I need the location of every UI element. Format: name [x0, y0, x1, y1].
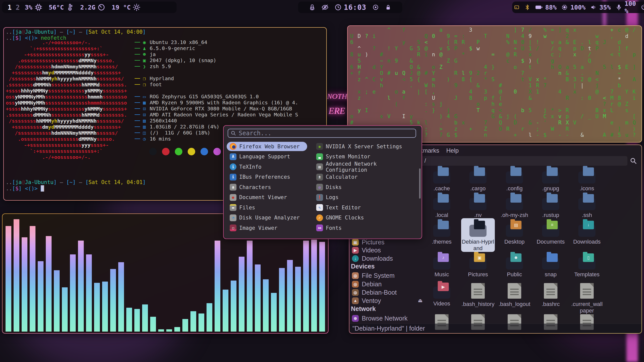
sidebar-item-file-system[interactable]: ◎File System: [352, 272, 395, 280]
launcher-item-nvidia-x-server-settings[interactable]: ◉NVIDIA X Server Settings: [313, 142, 405, 151]
launcher-item-label: Disks: [326, 184, 342, 190]
file-item-label: Documents: [533, 239, 569, 245]
folder-icon: [430, 167, 454, 184]
file-item-Templates[interactable]: ▯Templates: [569, 253, 605, 278]
file-item-label: .cargo: [460, 185, 496, 192]
shell-cursor-line[interactable]: ..[$] <()> █: [6, 186, 44, 192]
launcher-item-characters[interactable]: aCharacters: [227, 183, 274, 192]
launcher-item-firefox-web-browser[interactable]: Firefox Web Browser: [227, 142, 307, 151]
tux-icon[interactable]: [309, 4, 315, 11]
file-item-dot-bash_logout[interactable]: .bash_logout: [496, 283, 533, 307]
file-item-Downloads[interactable]: ↓Downloads: [569, 221, 605, 245]
sidebar-item-ventoy[interactable]: ▲Ventoy: [352, 297, 381, 305]
file-item-dot-config[interactable]: .config: [496, 167, 533, 192]
visualizer-bar-20: [166, 329, 172, 332]
file-item-Pictures[interactable]: ▣Pictures: [460, 253, 496, 278]
tree-line: [135, 66, 140, 67]
folder-icon: ▤: [502, 221, 527, 237]
sidebar-item-debian[interactable]: ◎Debian: [352, 280, 382, 288]
launcher-item-fonts[interactable]: aaFonts: [313, 223, 345, 233]
volume-module[interactable]: 35%: [590, 4, 611, 11]
sidebar-item-label: Downloads: [362, 255, 393, 262]
launcher-item-calculator[interactable]: ±Calculator: [313, 172, 360, 182]
folder-glyph: [583, 194, 594, 203]
file-item-dot-current_wallpaper[interactable]: .current_wallpaper: [569, 283, 605, 314]
file-item-dot-local[interactable]: .local: [424, 194, 460, 218]
bluetooth-module[interactable]: [524, 4, 530, 10]
launcher-search-input[interactable]: [238, 129, 413, 137]
file-item-dot-rustup[interactable]: .rustup: [533, 194, 569, 218]
file-item-dot-bashrc[interactable]: .bashrc: [533, 283, 569, 307]
file-item-Public[interactable]: ☻Public: [496, 253, 533, 278]
file-item-dot-nv[interactable]: .nv: [460, 194, 496, 218]
file-item-Videos[interactable]: ▶Videos: [424, 283, 460, 307]
launcher-item-files[interactable]: ▬Files: [227, 203, 258, 212]
folder-glyph: [438, 167, 449, 176]
firefox-icon: [230, 143, 236, 150]
folder-glyph: ▶: [438, 283, 449, 291]
search-icon[interactable]: [630, 157, 637, 166]
file-item-dot-oh-my-zsh[interactable]: .oh-my-zsh: [496, 194, 533, 218]
menu-help[interactable]: Help: [446, 147, 459, 154]
file-item-Music[interactable]: ♪Music: [424, 253, 460, 278]
launcher-item-gnome-clocks[interactable]: ✓GNOME Clocks: [313, 213, 367, 222]
launcher-item-ibus-preferences[interactable]: iIBus Preferences: [227, 172, 293, 182]
visualizer-bar-18: [150, 317, 156, 332]
launcher-item-advanced-network-configuration[interactable]: ▤Advanced Network Configuration: [313, 162, 422, 171]
shell-prompt: ..[ja@Ja-Ubuntu] – [~] – [Sat Oct 14, 04…: [6, 29, 146, 35]
launcher-item-logs[interactable]: ❗Logs: [313, 193, 342, 202]
file-item-dot-icons[interactable]: .icons: [569, 167, 605, 192]
neofetch-info-row: ❯zsh 5.9: [135, 63, 298, 69]
brightness-module[interactable]: 100%: [561, 4, 585, 11]
file-item-dot-bash_history[interactable]: .bash_history: [460, 283, 496, 307]
launcher-item-language-support[interactable]: ALanguage Support: [227, 152, 293, 161]
wallpaper-neon-text: ERE: [329, 106, 345, 116]
tray-module[interactable]: [514, 4, 520, 10]
workspace-button-1[interactable]: 1: [8, 4, 12, 11]
palette-color-4: [200, 148, 208, 155]
launcher-item-label: Firefox Web Browser: [239, 144, 300, 150]
palette-color-1: [162, 148, 170, 155]
file-item-dot-gnupg[interactable]: .gnupg: [533, 167, 569, 192]
file-item-snap[interactable]: snap: [533, 253, 569, 278]
launcher-item-image-viewer[interactable]: ◻Image Viewer: [227, 223, 280, 233]
launcher-item-system-monitor[interactable]: ▃System Monitor: [313, 152, 373, 161]
file-icon: [575, 283, 599, 299]
workspace-button-2[interactable]: 2: [16, 4, 20, 11]
eye-off-icon[interactable]: [321, 4, 329, 11]
file-item-dot-themes[interactable]: .themes: [424, 221, 460, 245]
battery-module[interactable]: 88%: [535, 3, 556, 11]
launcher-item-text-editor[interactable]: ✎Text Editor: [313, 203, 364, 212]
microphone-module[interactable]: 100 %: [615, 0, 636, 15]
file-item-Desktop[interactable]: ▤Desktop: [496, 221, 533, 245]
tree-line: [135, 42, 140, 42]
file-item-Debian-Hyprland[interactable]: Debian-Hyprland: [460, 221, 496, 252]
folder-glyph: [547, 194, 558, 203]
file-item-dot-cache[interactable]: .cache: [424, 167, 460, 192]
file-item-dot-cargo[interactable]: .cargo: [460, 167, 496, 192]
clock-module[interactable]: 16:03: [335, 3, 366, 12]
launcher-scrollbar-thumb[interactable]: [419, 168, 421, 199]
sidebar-item-videos[interactable]: ▶Videos: [352, 246, 381, 254]
stat-value: 19 °C: [112, 4, 131, 11]
power-module[interactable]: [640, 4, 644, 11]
file-item-dot-ssh[interactable]: .ssh: [569, 194, 605, 218]
lock-icon[interactable]: [385, 4, 391, 11]
folder-icon: [539, 253, 563, 269]
sidebar-item-pictures[interactable]: ▣Pictures: [352, 238, 384, 246]
document-viewer-icon: ●: [230, 194, 236, 201]
launcher-item-texinfo[interactable]: iTeXInfo: [227, 162, 265, 171]
file-item-Documents[interactable]: ≡Documents: [533, 221, 569, 245]
launcher-item-disk-usage-analyzer[interactable]: ◔Disk Usage Analyzer: [227, 213, 303, 222]
sidebar-item-label: Debian-Boot: [362, 289, 397, 296]
record-icon[interactable]: [372, 4, 379, 11]
sidebar-item-downloads[interactable]: ↓Downloads: [352, 254, 393, 262]
eject-button[interactable]: ⏏: [418, 297, 423, 303]
sidebar-item-browse-network[interactable]: ⊕Browse Network: [352, 314, 408, 322]
launcher-item-label: Files: [239, 205, 255, 211]
sidebar-item-debian-boot[interactable]: ◎Debian-Boot: [352, 288, 397, 296]
launcher-search-box[interactable]: [228, 129, 416, 138]
launcher-item-disks[interactable]: ◎Disks: [313, 183, 345, 192]
launcher-item-document-viewer[interactable]: ●Document Viewer: [227, 193, 290, 202]
sun-icon: [133, 4, 140, 11]
